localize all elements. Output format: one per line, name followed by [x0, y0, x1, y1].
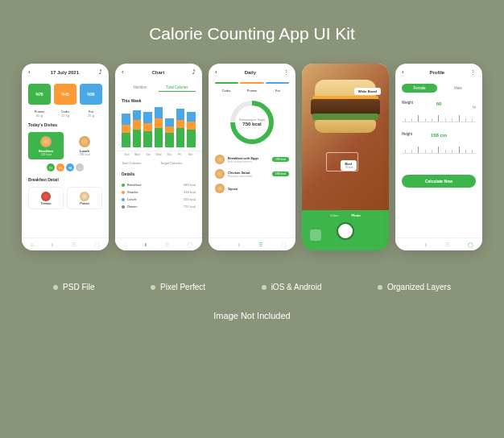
tab-carbs[interactable]: Carbs: [215, 89, 238, 93]
calculate-button[interactable]: Calculate Now: [402, 175, 476, 188]
disclaimer: Image Not Included: [213, 311, 290, 320]
nav-menu-icon[interactable]: ☰: [445, 242, 449, 247]
day-label: Mon: [132, 153, 143, 156]
nav-home-icon[interactable]: ⌂: [404, 242, 407, 247]
nav-menu-icon[interactable]: ☰: [165, 242, 169, 247]
color-dot-icon: [122, 205, 125, 209]
nav-profile-icon[interactable]: ◯: [94, 242, 100, 247]
detail-value: 320 kcal: [184, 197, 196, 201]
screen-chart: ‹ Chart ⤴ Nutrition Total Calories This …: [115, 64, 202, 250]
nav-home-icon[interactable]: ⌂: [31, 242, 34, 247]
bd-potato[interactable]: Potato: [67, 187, 102, 209]
screen-title: Chart: [152, 70, 165, 75]
weight-ruler[interactable]: 60 kg: [402, 108, 476, 122]
bar-segment: [187, 112, 196, 122]
meal-row[interactable]: Chicken SaladPhasellus rutrum lorem190 k…: [215, 167, 289, 181]
back-icon[interactable]: ‹: [402, 68, 404, 76]
nav-menu-icon[interactable]: ☰: [258, 242, 262, 247]
macro-carbs[interactable]: %45: [54, 84, 76, 105]
share-icon[interactable]: ⤴: [192, 69, 196, 75]
weight-value: 60: [436, 101, 442, 106]
day-label: Wed: [153, 153, 163, 156]
dish-breakfast[interactable]: Breakfast 120 kcal: [28, 132, 64, 159]
dot-3[interactable]: 48: [66, 163, 74, 171]
nav-profile-icon[interactable]: ◯: [188, 242, 193, 247]
detail-row: Lunch:320 kcal: [122, 196, 196, 203]
height-ruler[interactable]: 168 cm: [402, 139, 476, 154]
days-axis: SunMonTueWedThuFriSat: [115, 151, 202, 158]
bar-segment: [176, 128, 185, 147]
nav-chart-icon[interactable]: ⫾: [145, 242, 147, 247]
tab-total-calories[interactable]: Total Calories: [159, 84, 196, 92]
chart-bar: [165, 118, 174, 147]
meal-row[interactable]: Gyoza: [215, 181, 289, 196]
bottom-nav: ⌂ ⫾ ☰ ◯: [395, 238, 482, 250]
bullet-icon: [378, 285, 382, 290]
dish-cal: 290 kcal: [79, 153, 89, 156]
day-label: Thu: [164, 153, 175, 156]
share-icon[interactable]: ⤴: [99, 69, 102, 75]
meal-row[interactable]: Breakfast with EggsNulla tristique lorem…: [215, 152, 289, 167]
height-value: 168 cm: [431, 133, 447, 138]
nav-chart-icon[interactable]: ⫾: [238, 242, 241, 247]
food-tag-beef[interactable]: Beef 78 kcal: [341, 160, 357, 171]
more-icon[interactable]: ⋮: [283, 69, 289, 76]
bar-carbs: [215, 82, 238, 84]
gallery-thumb[interactable]: [310, 229, 321, 241]
dot-add[interactable]: +: [76, 163, 84, 171]
tab-photo[interactable]: Photo: [351, 213, 360, 217]
macro-protein[interactable]: %78: [28, 84, 51, 105]
back-icon[interactable]: ‹: [28, 68, 31, 76]
nav-profile-icon[interactable]: ◯: [281, 242, 287, 247]
detail-row: Snacks:118 kcal: [122, 188, 196, 196]
bd-tomato[interactable]: Tomato: [28, 187, 64, 209]
nav-menu-icon[interactable]: ☰: [72, 242, 76, 247]
nav-home-icon[interactable]: ⌂: [124, 242, 127, 247]
shutter-button[interactable]: [337, 222, 354, 240]
back-icon[interactable]: ‹: [122, 68, 124, 76]
tab-female[interactable]: Female: [402, 84, 437, 93]
macro-fat[interactable]: %56: [80, 84, 102, 105]
chart-bar: [155, 107, 163, 147]
bar-segment: [155, 128, 163, 147]
bar-segment: [187, 130, 196, 147]
screens-row: ‹ 17 July 2021 ⤴ %78 %45 %56 Protein65 g…: [22, 64, 482, 250]
tab-fat[interactable]: Fat: [266, 89, 289, 93]
nav-chart-icon[interactable]: ⫾: [425, 242, 428, 247]
details-title: Details: [115, 168, 202, 180]
progress-ring: Remaining on Target 750 kcal: [230, 101, 274, 144]
bar-fat: [266, 82, 289, 84]
more-icon[interactable]: ⋮: [470, 69, 476, 76]
bar-segment: [165, 133, 174, 147]
tab-video[interactable]: Video: [330, 213, 338, 217]
screen-dashboard: ‹ 17 July 2021 ⤴ %78 %45 %56 Protein65 g…: [22, 64, 109, 250]
bottom-nav: ⌂ ⫾ ☰ ◯: [22, 238, 109, 250]
back-icon[interactable]: ‹: [215, 68, 217, 76]
day-label: Fri: [175, 153, 185, 156]
bar-segment: [122, 114, 130, 125]
feature-item: Organized Layers: [378, 283, 451, 291]
tab-male[interactable]: Male: [440, 84, 476, 93]
total-calories: Total Calories: [122, 161, 157, 165]
weight-unit: kg: [473, 105, 476, 109]
dot-1[interactable]: 21: [47, 163, 55, 171]
week-label: This Week: [115, 95, 202, 106]
food-tag-bread[interactable]: White Bread: [354, 88, 381, 95]
macro-pct: %78: [35, 93, 43, 97]
meal-info: Breakfast with EggsNulla tristique lorem…: [228, 156, 269, 163]
height-field: Height 168 cm: [395, 127, 482, 159]
nav-chart-icon[interactable]: ⫾: [52, 242, 54, 247]
bar-segment: [165, 126, 174, 133]
tab-nutrition[interactable]: Nutrition: [122, 84, 159, 92]
header: ‹ Chart ⤴: [115, 64, 202, 81]
tab-protein[interactable]: Protein: [241, 89, 263, 93]
meal-info: Gyoza: [228, 187, 289, 191]
detail-value: 118 kcal: [184, 190, 196, 194]
nav-profile-icon[interactable]: ◯: [468, 242, 473, 247]
detail-name: Snacks:: [122, 190, 138, 194]
nav-home-icon[interactable]: ⌂: [217, 242, 221, 247]
feature-label: Pixel Perfect: [160, 283, 205, 291]
dish-lunch[interactable]: Lunch 290 kcal: [67, 132, 102, 159]
day-label: Tue: [143, 153, 153, 156]
dot-2[interactable]: 65: [56, 163, 64, 171]
